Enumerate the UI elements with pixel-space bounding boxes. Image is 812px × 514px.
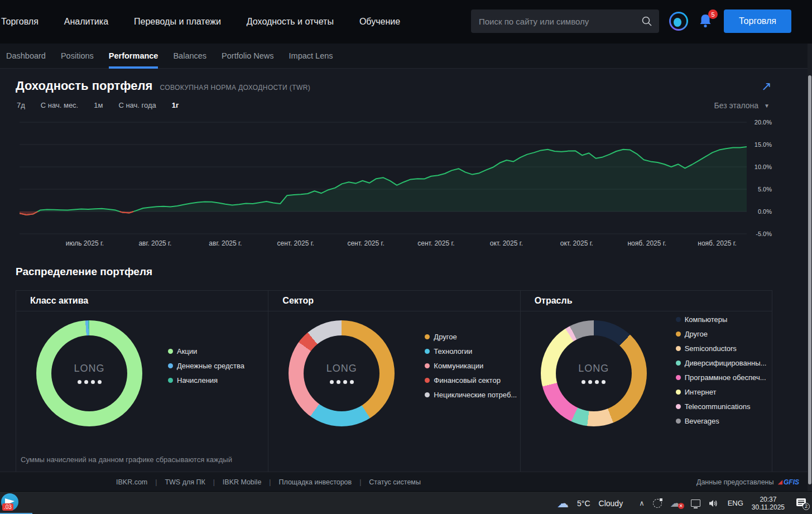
legend-item: Другое xyxy=(676,329,767,339)
tab-dashboard[interactable]: Dashboard xyxy=(6,44,46,69)
footer-separator: | xyxy=(155,478,157,486)
x-axis-label: нояб. 2025 г. xyxy=(627,239,666,247)
legend-dot-icon xyxy=(676,317,681,322)
range-7d[interactable]: 7д xyxy=(17,101,25,109)
windows-taskbar: .03 ☁ 5°C Cloudy ∧ ☁ ✕ ENG 20:37 30.11.2… xyxy=(0,491,812,514)
sector-card-body: LONG ДругоеТехнологииКоммуникацииФинансо… xyxy=(268,311,520,472)
donut-pagination-dots[interactable] xyxy=(582,380,606,384)
y-axis: 20.0%15.0%10.0%5.0%0.0%-5.0% xyxy=(749,117,772,237)
legend-dot-icon xyxy=(425,378,430,383)
data-provider: Данные предоставлены ◢ GFIS xyxy=(696,472,799,492)
legend-label: Технологии xyxy=(434,347,472,356)
nav-item-analytics[interactable]: Аналитика xyxy=(64,17,108,27)
assistant-icon[interactable] xyxy=(669,12,688,31)
taskbar-time: 20:37 xyxy=(752,496,785,503)
onedrive-icon[interactable]: ☁ ✕ xyxy=(670,499,683,508)
gfis-mark-icon: ◢ xyxy=(778,478,782,486)
legend-label: Telecommunications xyxy=(685,402,751,411)
tab-positions[interactable]: Positions xyxy=(61,44,94,69)
range-mtd[interactable]: С нач. мес. xyxy=(41,101,78,109)
nav-item-trade[interactable]: Торговля xyxy=(1,17,39,27)
legend-label: Денежные средства xyxy=(177,362,244,370)
tab-performance[interactable]: Performance xyxy=(109,44,158,69)
benchmark-dropdown[interactable]: Без эталона ▼ xyxy=(714,101,770,110)
benchmark-label: Без эталона xyxy=(714,101,758,110)
donut-pagination-dots[interactable] xyxy=(78,380,102,384)
legend-dot-icon xyxy=(425,392,430,397)
network-icon[interactable] xyxy=(691,499,700,507)
legend-dot-icon xyxy=(676,361,681,366)
footer-link[interactable]: IBKR Mobile xyxy=(223,478,261,486)
search-icon[interactable] xyxy=(641,16,652,27)
time-range-selector: 7д С нач. мес. 1м С нач. года 1г xyxy=(17,101,179,109)
hidden-icons-chevron[interactable]: ∧ xyxy=(639,499,645,507)
legend-label: Финансовый сектор xyxy=(434,376,501,385)
y-axis-label: 20.0% xyxy=(755,119,772,126)
weather-cloud-icon[interactable]: ☁ xyxy=(557,497,569,510)
legend-dot-icon xyxy=(168,378,173,383)
legend-label: Коммуникации xyxy=(434,362,483,370)
x-axis-label: сент. 2025 г. xyxy=(347,239,384,247)
nav-item-reports[interactable]: Доходность и отчеты xyxy=(247,17,334,27)
portfolio-sub-nav: Dashboard Positions Performance Balances… xyxy=(0,44,812,69)
donut-hole: LONG xyxy=(51,335,127,411)
scrollbar-thumb[interactable] xyxy=(808,75,811,484)
x-axis-label: сент. 2025 г. xyxy=(417,239,454,247)
weather-temp[interactable]: 5°C xyxy=(577,499,590,508)
notifications-bell[interactable]: 5 xyxy=(698,13,714,30)
footer-separator: | xyxy=(359,478,361,486)
x-axis-label: июль 2025 г. xyxy=(66,239,104,247)
legend-dot-icon xyxy=(425,334,430,339)
donut-pagination-dots[interactable] xyxy=(330,380,354,384)
footer-separator: | xyxy=(269,478,271,486)
action-center-icon[interactable]: 2 xyxy=(796,498,808,508)
footer-link[interactable]: IBKR.com xyxy=(116,478,147,486)
range-1y[interactable]: 1г xyxy=(172,101,179,109)
asset-class-legend: АкцииДенежные средстваНачисления xyxy=(168,346,244,385)
gfis-name: GFIS xyxy=(784,478,799,486)
page-footer: IBKR.com|TWS для ПК|IBKR Mobile|Площадка… xyxy=(0,472,812,491)
allocation-title: Распределение портфеля xyxy=(16,266,152,278)
tab-balances[interactable]: Balances xyxy=(173,44,206,69)
keyboard-language[interactable]: ENG xyxy=(728,499,743,507)
sector-legend: ДругоеТехнологииКоммуникацииФинансовый с… xyxy=(425,332,517,400)
search-box[interactable] xyxy=(471,9,659,33)
nav-item-transfers[interactable]: Переводы и платежи xyxy=(134,17,221,27)
taskbar-telegram-app[interactable]: .03 xyxy=(0,492,32,514)
trade-button[interactable]: Торговля xyxy=(724,9,791,33)
search-input[interactable] xyxy=(479,17,641,26)
tab-impact-lens[interactable]: Impact Lens xyxy=(289,44,333,69)
weather-desc[interactable]: Cloudy xyxy=(599,499,623,508)
screen-capture-icon[interactable] xyxy=(653,499,662,508)
legend-label: Другое xyxy=(434,333,457,341)
legend-item: Начисления xyxy=(168,375,244,385)
legend-dot-icon xyxy=(676,346,681,351)
page-title: Доходность портфеля xyxy=(16,79,152,93)
nav-item-education[interactable]: Обучение xyxy=(359,17,400,27)
footer-link[interactable]: Статус системы xyxy=(369,478,421,486)
taskbar-clock[interactable]: 20:37 30.11.2025 xyxy=(752,496,785,511)
x-axis-label: авг. 2025 г. xyxy=(209,239,242,247)
tab-portfolio-news[interactable]: Portfolio News xyxy=(222,44,273,69)
legend-dot-icon xyxy=(168,363,173,368)
page-scrollbar[interactable] xyxy=(808,44,812,491)
asset-class-card: Класс актива LONG АкцииДенежные средства… xyxy=(16,291,268,472)
footer-link[interactable]: TWS для ПК xyxy=(165,478,205,486)
industry-donut[interactable]: LONG xyxy=(541,320,647,426)
footer-link[interactable]: Площадка инвесторов xyxy=(278,478,352,486)
action-center-badge: 2 xyxy=(803,503,810,510)
legend-label: Beverages xyxy=(685,417,719,425)
performance-header: Доходность портфеля СОВОКУПНАЯ НОРМА ДОХ… xyxy=(16,79,310,93)
expand-icon[interactable]: ↗ xyxy=(761,79,771,94)
legend-item: Интернет xyxy=(676,387,767,397)
top-bar-right: 5 Торговля xyxy=(471,9,791,33)
legend-label: Начисления xyxy=(177,376,218,385)
legend-item: Другое xyxy=(425,332,517,342)
sector-card: Сектор LONG ДругоеТехнологииКоммуникации… xyxy=(268,291,520,472)
range-1m[interactable]: 1м xyxy=(94,101,103,109)
sector-donut[interactable]: LONG xyxy=(289,320,395,426)
legend-dot-icon xyxy=(168,349,173,354)
range-ytd[interactable]: С нач. года xyxy=(118,101,156,109)
asset-class-donut[interactable]: LONG xyxy=(36,320,142,426)
volume-icon[interactable] xyxy=(709,499,719,508)
